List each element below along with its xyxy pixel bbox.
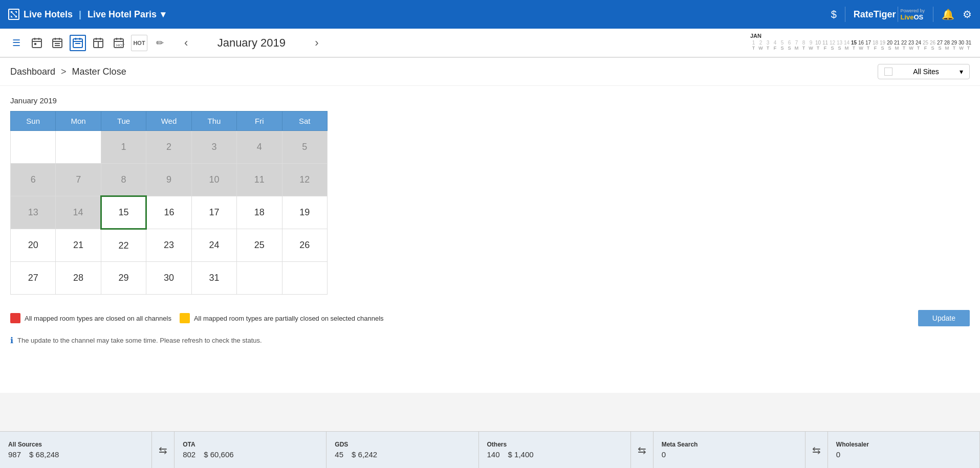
col-sat: Sat — [282, 112, 327, 131]
month-navigator: ‹ January 2019 › — [180, 34, 323, 52]
col-wed: Wed — [146, 112, 191, 131]
info-icon: ℹ — [10, 336, 13, 345]
brand-logo: Live Hotels | Live Hotel Paris ▾ — [24, 9, 165, 20]
calendar-day-2[interactable]: 2 — [146, 131, 191, 164]
breadcrumb-dashboard[interactable]: Dashboard — [10, 66, 55, 77]
calendar-day-17[interactable]: 17 — [191, 196, 236, 229]
update-button[interactable]: Update — [918, 310, 970, 326]
legend-red-box — [10, 313, 20, 323]
hot-icon[interactable]: HOT — [131, 35, 147, 51]
col-thu: Thu — [191, 112, 236, 131]
calendar-day-20[interactable]: 20 — [11, 229, 56, 262]
calendar-day-25[interactable]: 25 — [237, 229, 282, 262]
calendar-day-7[interactable]: 7 — [56, 164, 101, 196]
calendar-day-16[interactable]: 16 — [146, 196, 191, 229]
nav-divider-1 — [845, 7, 845, 22]
calendar-day-24[interactable]: 24 — [191, 229, 236, 262]
calendar-day-28[interactable]: 28 — [56, 262, 101, 295]
table-row: 27 28 29 30 31 — [11, 262, 328, 295]
nav-divider-3 — [933, 7, 933, 22]
calendar-day-26[interactable]: 26 — [282, 229, 327, 262]
mini-cal-letters-row: T W T F S S M T W T F S S M T W T F S S … — [750, 46, 972, 51]
legend-red-label: All mapped room types are closed on all … — [25, 315, 171, 322]
all-sites-checkbox[interactable] — [884, 68, 892, 76]
info-row: ℹ The update to the channel may take som… — [10, 336, 970, 345]
nav-divider-2 — [898, 7, 898, 22]
dollar-icon[interactable]: $ — [831, 9, 837, 20]
legend-yellow-box — [180, 313, 190, 323]
info-text: The update to the channel may take some … — [17, 337, 262, 344]
rate-tiger-logo: RateTiger Powered by LiveOS — [854, 7, 925, 22]
hotel-name[interactable]: Live Hotel Paris ▾ — [88, 9, 165, 20]
calendar-day-1[interactable]: 1 — [101, 131, 146, 164]
menu-icon[interactable]: ☰ — [8, 35, 25, 51]
calendar-day-31[interactable]: 31 — [191, 262, 236, 295]
mini-cal-month: JAN — [750, 33, 972, 39]
next-month-button[interactable]: › — [311, 34, 322, 52]
calendar-day-15-today[interactable]: 15 — [101, 196, 146, 229]
calendar-day-3[interactable]: 3 — [191, 131, 236, 164]
prev-month-button[interactable]: ‹ — [180, 34, 192, 52]
calendar-day-6[interactable]: 6 — [11, 164, 56, 196]
calendar-section-title: January 2019 — [10, 96, 970, 105]
all-sites-dropdown[interactable]: All Sites ▾ — [878, 64, 970, 79]
calendar-day-22[interactable]: 22 — [101, 229, 146, 262]
calendar-day-empty — [237, 262, 282, 295]
calendar-day-9[interactable]: 9 — [146, 164, 191, 196]
legend-red-item: All mapped room types are closed on all … — [10, 313, 171, 323]
calendar-day-21[interactable]: 21 — [56, 229, 101, 262]
legend-bar: All mapped room types are closed on all … — [10, 305, 970, 331]
col-tue: Tue — [101, 112, 146, 131]
top-nav-right: $ RateTiger Powered by LiveOS 🔔 ⚙ — [831, 7, 972, 22]
calendar-day-10[interactable]: 10 — [191, 164, 236, 196]
calendar-grid-icon[interactable] — [90, 35, 106, 51]
all-sites-arrow: ▾ — [960, 68, 963, 76]
calendar-list-icon[interactable]: HOT — [111, 35, 127, 51]
toolbar-container: ☰ — [0, 29, 980, 58]
bell-icon[interactable]: 🔔 — [942, 8, 954, 20]
legend-yellow-label: All mapped room types are partially clos… — [194, 315, 384, 322]
svg-rect-0 — [32, 39, 41, 48]
breadcrumb-page: Master Close — [72, 66, 126, 77]
calendar-day-19[interactable]: 19 — [282, 196, 327, 229]
calendar-week-icon[interactable] — [49, 35, 66, 51]
month-title: January 2019 — [200, 36, 302, 50]
edit-icon[interactable]: ✏ — [151, 35, 168, 51]
calendar-day-13[interactable]: 13 — [11, 196, 56, 229]
breadcrumb-bar: Dashboard > Master Close All Sites ▾ — [0, 58, 980, 86]
table-row: 1 2 3 4 5 — [11, 131, 328, 164]
calendar-day-8[interactable]: 8 — [101, 164, 146, 196]
calendar-day-27[interactable]: 27 — [11, 262, 56, 295]
calendar-day-empty — [56, 131, 101, 164]
calendar-day-icon[interactable] — [29, 35, 45, 51]
all-sites-label: All Sites — [913, 68, 939, 76]
table-row: 20 21 22 23 24 25 26 — [11, 229, 328, 262]
calendar-day-empty — [282, 262, 327, 295]
table-row: 6 7 8 9 10 11 12 — [11, 164, 328, 196]
col-fri: Fri — [237, 112, 282, 131]
col-sun: Sun — [11, 112, 56, 131]
mini-calendar-strip: JAN 1 2 3 4 5 6 7 8 9 10 11 12 13 14 15 … — [742, 29, 980, 55]
table-row: 13 14 15 16 17 18 19 — [11, 196, 328, 229]
breadcrumb: Dashboard > Master Close — [10, 66, 126, 77]
calendar-day-29[interactable]: 29 — [101, 262, 146, 295]
svg-rect-4 — [34, 43, 36, 45]
top-nav-left: Live Hotels | Live Hotel Paris ▾ — [8, 9, 165, 20]
calendar-day-23[interactable]: 23 — [146, 229, 191, 262]
main-content: January 2019 Sun Mon Tue Wed Thu Fri Sat… — [0, 86, 980, 393]
calendar-day-18[interactable]: 18 — [237, 196, 282, 229]
calendar-day-11[interactable]: 11 — [237, 164, 282, 196]
calendar-day-30[interactable]: 30 — [146, 262, 191, 295]
calendar-day-4[interactable]: 4 — [237, 131, 282, 164]
top-nav: Live Hotels | Live Hotel Paris ▾ $ RateT… — [0, 0, 980, 29]
calendar-day-5[interactable]: 5 — [282, 131, 327, 164]
legend-yellow-item: All mapped room types are partially clos… — [180, 313, 384, 323]
breadcrumb-separator: > — [61, 66, 67, 77]
calendar-month-icon[interactable] — [70, 35, 86, 51]
calendar-day-12[interactable]: 12 — [282, 164, 327, 196]
calendar-day-14[interactable]: 14 — [56, 196, 101, 229]
expand-icon[interactable] — [8, 9, 19, 20]
calendar-day-empty — [11, 131, 56, 164]
gear-icon[interactable]: ⚙ — [963, 8, 972, 20]
brand-separator: | — [79, 9, 81, 20]
